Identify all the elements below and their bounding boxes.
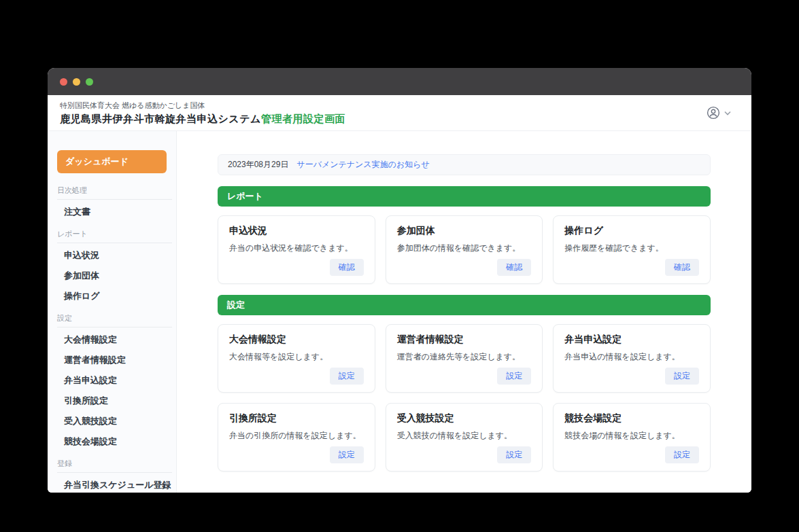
card-action-button[interactable]: 設定 <box>330 446 364 463</box>
card-action-button[interactable]: 設定 <box>497 446 531 463</box>
sidebar-item[interactable]: 受入競技設定 <box>48 411 176 431</box>
event-subtitle: 特別国民体育大会 燃ゆる感動かごしま国体 <box>60 101 345 111</box>
desktop-background: 特別国民体育大会 燃ゆる感動かごしま国体 鹿児島県井伊弁斗市斡旋弁当申込システム… <box>0 0 799 532</box>
card: 申込状況弁当の申込状況を確認できます。確認 <box>218 215 375 284</box>
maximize-dot-icon[interactable] <box>86 78 93 86</box>
window-body: ダッシュボード 日次処理注文書レポート申込状況参加団体操作ログ設定大会情報設定運… <box>48 131 751 493</box>
notice-bar: 2023年08月29日 サーバメンテナンス実施のお知らせ <box>218 154 711 175</box>
section-divider <box>57 243 172 243</box>
card-title: 操作ログ <box>564 225 699 237</box>
card-description: 運営者の連絡先等を設定します。 <box>397 351 532 363</box>
card-action-button[interactable]: 設定 <box>665 446 699 463</box>
notice-date: 2023年08月29日 <box>228 159 288 171</box>
card-grid: 大会情報設定大会情報等を設定します。設定運営者情報設定運営者の連絡先等を設定しま… <box>218 324 711 472</box>
card-action-button[interactable]: 設定 <box>330 368 364 385</box>
card-actions: 設定 <box>397 446 532 463</box>
sidebar-item[interactable]: 引換所設定 <box>48 391 176 411</box>
card-title: 引換所設定 <box>229 412 364 425</box>
card: 参加団体参加団体の情報を確認できます。確認 <box>386 215 543 284</box>
card-actions: 設定 <box>564 446 699 463</box>
card-description: 競技会場の情報を設定します。 <box>564 430 699 442</box>
app-window: 特別国民体育大会 燃ゆる感動かごしま国体 鹿児島県井伊弁斗市斡旋弁当申込システム… <box>48 68 751 493</box>
sidebar-item[interactable]: 大会情報設定 <box>48 330 176 350</box>
app-header: 特別国民体育大会 燃ゆる感動かごしま国体 鹿児島県井伊弁斗市斡旋弁当申込システム… <box>48 95 751 131</box>
card: 受入競技設定受入競技の情報を設定します。設定 <box>386 403 543 472</box>
section-divider <box>57 327 172 327</box>
window-titlebar <box>48 68 751 95</box>
card-title: 競技会場設定 <box>564 412 699 425</box>
sidebar-section-label: 設定 <box>48 306 176 327</box>
card: 運営者情報設定運営者の連絡先等を設定します。設定 <box>386 324 543 393</box>
card-actions: 確認 <box>229 259 364 276</box>
notice-link[interactable]: サーバメンテナンス実施のお知らせ <box>296 159 429 171</box>
page-title-accent: 管理者用設定画面 <box>261 113 345 124</box>
card-title: 申込状況 <box>229 225 364 237</box>
main-content: 2023年08月29日 サーバメンテナンス実施のお知らせ レポート申込状況弁当の… <box>177 131 751 493</box>
card-description: 弁当の申込状況を確認できます。 <box>229 243 364 254</box>
card-description: 操作履歴を確認できます。 <box>564 243 699 254</box>
card: 弁当申込設定弁当申込の情報を設定します。設定 <box>553 324 711 393</box>
section-divider <box>57 472 172 473</box>
sidebar-item[interactable]: 参加団体 <box>48 266 176 286</box>
card-action-button[interactable]: 確認 <box>497 259 531 276</box>
card-description: 大会情報等を設定します。 <box>229 351 364 363</box>
card-title: 弁当申込設定 <box>564 334 699 346</box>
section-divider <box>57 199 172 200</box>
card-action-button[interactable]: 設定 <box>665 368 699 385</box>
sidebar-item[interactable]: 操作ログ <box>48 286 176 306</box>
card-description: 弁当の引換所の情報を設定します。 <box>229 430 364 442</box>
card-title: 参加団体 <box>397 225 532 237</box>
card-actions: 設定 <box>229 368 364 385</box>
page-title: 鹿児島県井伊弁斗市斡旋弁当申込システム管理者用設定画面 <box>60 113 345 126</box>
card-title: 受入競技設定 <box>397 412 532 425</box>
card-description: 弁当申込の情報を設定します。 <box>564 351 699 363</box>
sidebar: ダッシュボード 日次処理注文書レポート申込状況参加団体操作ログ設定大会情報設定運… <box>48 131 177 493</box>
sidebar-section-label: レポート <box>48 222 176 243</box>
card: 大会情報設定大会情報等を設定します。設定 <box>218 324 375 393</box>
close-dot-icon[interactable] <box>60 78 67 86</box>
card-action-button[interactable]: 確認 <box>330 259 364 276</box>
user-account-icon <box>707 106 720 120</box>
card-grid: 申込状況弁当の申込状況を確認できます。確認参加団体参加団体の情報を確認できます。… <box>218 215 711 284</box>
card: 操作ログ操作履歴を確認できます。確認 <box>553 215 711 284</box>
sidebar-section-label: 日次処理 <box>48 179 176 199</box>
card-title: 大会情報設定 <box>229 334 364 346</box>
sidebar-item[interactable]: 運営者情報設定 <box>48 350 176 370</box>
card: 競技会場設定競技会場の情報を設定します。設定 <box>553 403 711 472</box>
card-actions: 確認 <box>397 259 532 276</box>
card-action-button[interactable]: 確認 <box>665 259 699 276</box>
sidebar-item[interactable]: 競技会場設定 <box>48 431 176 452</box>
card-actions: 確認 <box>564 259 699 276</box>
chevron-down-icon <box>724 111 731 116</box>
sidebar-sections: 日次処理注文書レポート申込状況参加団体操作ログ設定大会情報設定運営者情報設定弁当… <box>48 179 176 493</box>
card-description: 受入競技の情報を設定します。 <box>397 430 532 442</box>
page-title-main: 鹿児島県井伊弁斗市斡旋弁当申込システム <box>60 113 261 124</box>
sidebar-item[interactable]: 弁当引換スケジュール登録 <box>48 475 176 493</box>
card-actions: 設定 <box>229 446 364 463</box>
card-actions: 設定 <box>397 368 532 385</box>
user-menu[interactable] <box>707 106 731 120</box>
minimize-dot-icon[interactable] <box>73 78 80 86</box>
card-actions: 設定 <box>564 368 699 385</box>
section-header: 設定 <box>218 295 711 315</box>
sidebar-item[interactable]: 弁当申込設定 <box>48 370 176 391</box>
sidebar-item-dashboard[interactable]: ダッシュボード <box>57 150 167 173</box>
card-sections: レポート申込状況弁当の申込状況を確認できます。確認参加団体参加団体の情報を確認で… <box>218 186 711 472</box>
card-title: 運営者情報設定 <box>397 334 532 346</box>
sidebar-item[interactable]: 注文書 <box>48 202 176 222</box>
sidebar-item[interactable]: 申込状況 <box>48 245 176 266</box>
card-description: 参加団体の情報を確認できます。 <box>397 243 532 254</box>
sidebar-section-label: 登録 <box>48 452 176 472</box>
card: 引換所設定弁当の引換所の情報を設定します。設定 <box>218 403 375 472</box>
card-action-button[interactable]: 設定 <box>497 368 531 385</box>
section-header: レポート <box>218 186 711 207</box>
header-titles: 特別国民体育大会 燃ゆる感動かごしま国体 鹿児島県井伊弁斗市斡旋弁当申込システム… <box>60 101 345 126</box>
